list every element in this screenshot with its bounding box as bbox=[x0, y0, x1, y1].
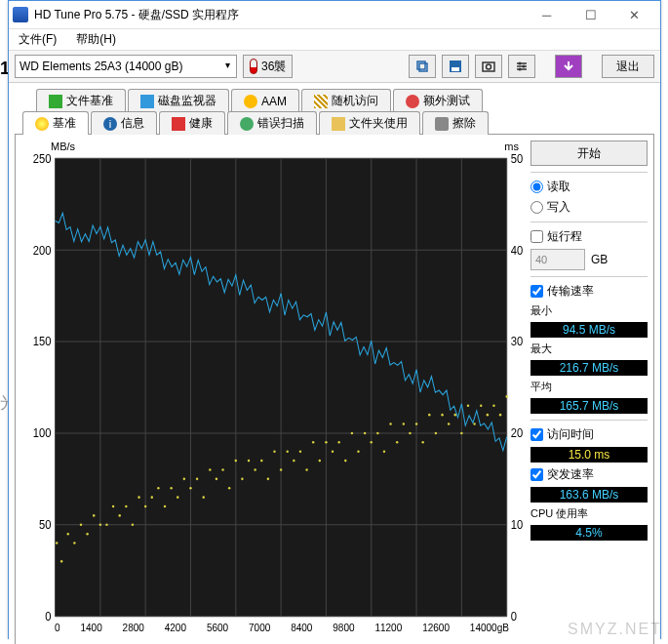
tab-随机访问[interactable]: 随机访问 bbox=[301, 89, 391, 112]
svg-point-92 bbox=[376, 432, 378, 435]
svg-point-98 bbox=[415, 423, 417, 425]
svg-point-108 bbox=[480, 404, 482, 407]
svg-point-9 bbox=[519, 62, 522, 65]
svg-point-58 bbox=[157, 487, 159, 490]
short-stroke-unit: GB bbox=[591, 253, 608, 266]
ti-folder-icon bbox=[332, 117, 345, 131]
svg-point-95 bbox=[396, 441, 398, 444]
exit-button[interactable]: 退出 bbox=[602, 55, 654, 78]
svg-point-100 bbox=[428, 414, 430, 417]
menu-file[interactable]: 文件(F) bbox=[15, 29, 60, 50]
svg-point-109 bbox=[487, 414, 489, 417]
short-stroke-checkbox[interactable]: 短行程 bbox=[530, 228, 648, 245]
tab-擦除[interactable]: 擦除 bbox=[422, 111, 489, 135]
burst-rate-checkbox[interactable]: 突发速率 bbox=[530, 466, 648, 483]
svg-point-50 bbox=[105, 523, 107, 526]
short-stroke-value[interactable] bbox=[530, 249, 585, 270]
svg-point-101 bbox=[435, 432, 437, 435]
tab-错误扫描[interactable]: 错误扫描 bbox=[227, 111, 317, 135]
svg-text:250: 250 bbox=[33, 154, 52, 165]
svg-point-65 bbox=[202, 496, 204, 499]
svg-point-45 bbox=[73, 542, 75, 544]
ti-blue-icon bbox=[140, 95, 154, 108]
ti-info-icon: i bbox=[103, 117, 117, 131]
svg-point-99 bbox=[421, 441, 423, 444]
svg-point-51 bbox=[112, 505, 114, 508]
ti-extra-icon bbox=[406, 95, 419, 108]
drive-selector[interactable]: WD Elements 25A3 (14000 gB) bbox=[15, 55, 237, 78]
toolbar-save-button[interactable] bbox=[442, 55, 469, 78]
toolbar-down-button[interactable] bbox=[555, 55, 582, 78]
svg-point-102 bbox=[441, 414, 443, 417]
tab-label: 额外测试 bbox=[423, 93, 470, 109]
close-button[interactable]: ✕ bbox=[612, 1, 656, 28]
svg-point-94 bbox=[389, 423, 391, 425]
svg-point-69 bbox=[228, 487, 230, 490]
ti-scan-icon bbox=[240, 117, 254, 131]
tab-健康[interactable]: 健康 bbox=[159, 111, 225, 135]
tab-额外测试[interactable]: 额外测试 bbox=[393, 89, 483, 112]
tab-label: 基准 bbox=[53, 115, 76, 132]
tab-AAM[interactable]: AAM bbox=[231, 89, 299, 112]
tab-label: 文件基准 bbox=[66, 93, 113, 109]
menu-help[interactable]: 帮助(H) bbox=[72, 29, 120, 50]
toolbar-screenshot-button[interactable] bbox=[475, 55, 502, 78]
ti-health-icon bbox=[172, 117, 185, 131]
ti-spk-icon bbox=[244, 95, 257, 108]
svg-rect-0 bbox=[417, 61, 425, 69]
svg-point-43 bbox=[60, 560, 62, 563]
svg-point-63 bbox=[189, 487, 191, 490]
start-button[interactable]: 开始 bbox=[530, 141, 648, 166]
transfer-rate-checkbox[interactable]: 传输速率 bbox=[530, 283, 648, 300]
temperature-value: 36襲 bbox=[261, 59, 286, 75]
svg-point-64 bbox=[196, 478, 198, 481]
min-value: 94.5 MB/s bbox=[530, 322, 648, 338]
minimize-button[interactable]: ─ bbox=[525, 1, 569, 28]
svg-point-105 bbox=[460, 432, 462, 435]
max-value: 216.7 MB/s bbox=[530, 360, 648, 376]
temperature-button[interactable]: 36襲 bbox=[243, 55, 293, 78]
svg-point-60 bbox=[170, 487, 172, 490]
svg-point-81 bbox=[305, 468, 307, 471]
tab-label: 磁盘监视器 bbox=[158, 93, 216, 109]
tab-磁盘监视器[interactable]: 磁盘监视器 bbox=[128, 89, 229, 112]
svg-point-70 bbox=[235, 460, 237, 463]
avg-label: 平均 bbox=[530, 380, 648, 394]
svg-point-88 bbox=[351, 432, 353, 435]
svg-text:30: 30 bbox=[511, 336, 523, 347]
svg-point-55 bbox=[138, 496, 139, 499]
tab-label: 擦除 bbox=[452, 115, 476, 132]
toolbar-settings-button[interactable] bbox=[508, 55, 535, 78]
svg-point-59 bbox=[164, 505, 166, 508]
svg-point-106 bbox=[467, 404, 469, 407]
svg-point-79 bbox=[293, 460, 295, 463]
tab-文件夹使用[interactable]: 文件夹使用 bbox=[319, 111, 420, 135]
window-title: HD Tune Pro 5.75 - 硬盘/SSD 实用程序 bbox=[34, 7, 525, 23]
tab-信息[interactable]: i信息 bbox=[91, 111, 157, 135]
svg-text:0: 0 bbox=[511, 611, 517, 621]
svg-text:10: 10 bbox=[511, 519, 523, 531]
svg-point-89 bbox=[357, 450, 359, 453]
tab-label: 随机访问 bbox=[332, 93, 378, 109]
read-radio[interactable]: 读取 bbox=[530, 179, 648, 195]
toolbar-copy-button[interactable] bbox=[409, 55, 436, 78]
svg-text:50: 50 bbox=[39, 519, 51, 531]
thermometer-icon bbox=[250, 59, 257, 74]
svg-point-76 bbox=[273, 450, 275, 453]
svg-point-56 bbox=[144, 505, 146, 508]
svg-point-77 bbox=[280, 468, 282, 471]
tab-文件基准[interactable]: 文件基准 bbox=[36, 89, 126, 112]
write-radio[interactable]: 写入 bbox=[530, 199, 648, 216]
drive-selected: WD Elements 25A3 (14000 gB) bbox=[20, 60, 182, 73]
tab-基准[interactable]: 基准 bbox=[22, 111, 89, 135]
svg-point-5 bbox=[487, 64, 491, 69]
svg-rect-1 bbox=[419, 63, 427, 71]
access-time-checkbox[interactable]: 访问时间 bbox=[530, 426, 648, 443]
svg-text:100: 100 bbox=[33, 427, 52, 439]
svg-point-110 bbox=[492, 404, 494, 407]
maximize-button[interactable]: ☐ bbox=[569, 1, 612, 28]
tab-label: AAM bbox=[261, 95, 287, 108]
svg-point-11 bbox=[519, 68, 522, 71]
app-icon bbox=[13, 7, 28, 22]
svg-point-78 bbox=[287, 450, 289, 453]
